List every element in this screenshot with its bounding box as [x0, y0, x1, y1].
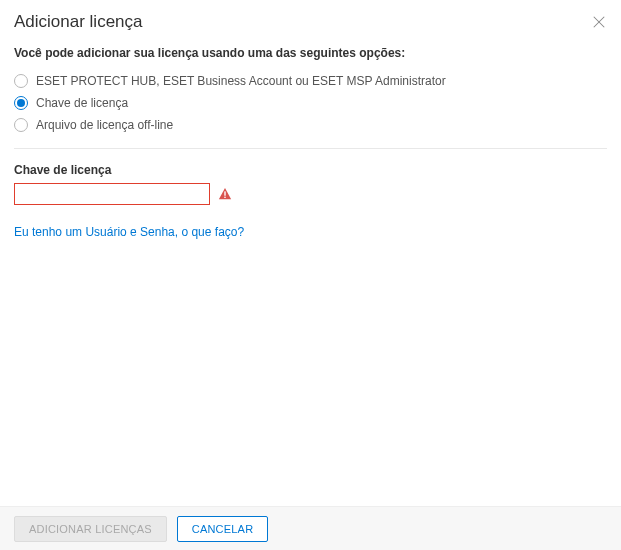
radio-option-hub[interactable]: ESET PROTECT HUB, ESET Business Account … — [14, 70, 607, 92]
radio-label: Chave de licença — [36, 96, 128, 110]
prompt-text: Você pode adicionar sua licença usando u… — [14, 46, 607, 60]
add-licenses-button[interactable]: ADICIONAR LICENÇAS — [14, 516, 167, 542]
license-option-group: ESET PROTECT HUB, ESET Business Account … — [14, 70, 607, 146]
close-icon — [592, 15, 606, 29]
radio-label: Arquivo de licença off-line — [36, 118, 173, 132]
divider — [14, 148, 607, 149]
radio-icon — [14, 96, 28, 110]
warning-icon — [218, 187, 232, 201]
radio-option-key[interactable]: Chave de licença — [14, 92, 607, 114]
cancel-button[interactable]: CANCELAR — [177, 516, 269, 542]
radio-icon — [14, 118, 28, 132]
dialog-title: Adicionar licença — [14, 12, 143, 32]
help-link[interactable]: Eu tenho um Usuário e Senha, o que faço? — [14, 225, 244, 239]
svg-rect-2 — [224, 191, 225, 195]
close-button[interactable] — [591, 14, 607, 30]
license-key-input[interactable] — [14, 183, 210, 205]
svg-rect-3 — [224, 197, 225, 198]
radio-label: ESET PROTECT HUB, ESET Business Account … — [36, 74, 446, 88]
license-key-label: Chave de licença — [14, 163, 607, 177]
radio-icon — [14, 74, 28, 88]
radio-option-offline[interactable]: Arquivo de licença off-line — [14, 114, 607, 136]
dialog-footer: ADICIONAR LICENÇAS CANCELAR — [0, 506, 621, 550]
